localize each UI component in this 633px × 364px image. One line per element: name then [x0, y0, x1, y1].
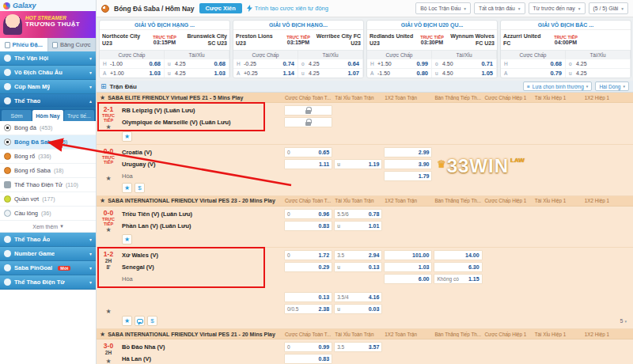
subtab-2[interactable]: Trực tiế...: [64, 110, 94, 121]
odds-display-dropdown[interactable]: ≡ Lựa chọn bình thường ▾: [523, 82, 592, 91]
sidebar-item[interactable]: Thể Thao Ảo▾: [0, 233, 96, 247]
odds-cell[interactable]: o4.25: [566, 59, 631, 68]
bet-money-button[interactable]: $: [135, 183, 145, 193]
odds-cell[interactable]: 01.72: [284, 250, 332, 260]
odds-cell[interactable]: 00.65: [284, 147, 332, 157]
odds-cell[interactable]: u4.251.07: [298, 69, 363, 78]
odds-cell[interactable]: [284, 117, 332, 127]
parlay-button[interactable]: Cược Xiên: [199, 3, 242, 13]
odds-cell[interactable]: 0.83: [284, 221, 332, 231]
favorite-star-icon[interactable]: ★: [100, 94, 105, 101]
odds-cell[interactable]: 0.83: [284, 354, 332, 364]
odds-cell[interactable]: 2.99: [384, 147, 432, 157]
filter-dropdown-2[interactable]: Từ trước đến nay▾: [529, 2, 586, 14]
comment-button[interactable]: [135, 316, 145, 326]
sidebar-tab-0[interactable]: Phiếu Đặ...: [0, 38, 48, 51]
sidebar-item[interactable]: Thể Thao Điện Tử▾: [0, 275, 96, 290]
line-value: -1.00: [110, 61, 146, 66]
odds-cell[interactable]: u1.19: [334, 159, 382, 169]
odds-value: 1.03: [214, 70, 226, 77]
sidebar-sport-item[interactable]: Quần vợt(177): [0, 192, 96, 207]
subtab-0[interactable]: Sớm: [2, 110, 32, 121]
sidebar-sport-item[interactable]: Bóng rổ Saba(18): [0, 164, 96, 178]
grid-view-icon[interactable]: ⊞: [100, 83, 107, 90]
odds-cell[interactable]: 3.52.94: [334, 250, 382, 260]
line-value: 4.25: [175, 70, 211, 76]
odds-cell[interactable]: 1.79: [384, 171, 432, 181]
favorite-star-icon[interactable]: ★: [100, 197, 105, 204]
sidebar-sport-item[interactable]: Bóng Đá Saba(35): [0, 135, 96, 150]
auto-parlay-link[interactable]: Trình tạo cược xiên tự động: [247, 5, 328, 12]
odds-cell[interactable]: 3.5/44.16: [334, 292, 382, 302]
filter-dropdown-0[interactable]: Bộ Lọc Trận Đấu▾: [415, 2, 471, 14]
favorite-star-icon[interactable]: ★: [105, 358, 111, 364]
odds-cell[interactable]: A+0.251.14: [233, 69, 298, 78]
odds-cell[interactable]: Không có1.15: [434, 274, 482, 284]
odds-cell-wrap: [283, 104, 333, 116]
sidebar-item[interactable]: Saba PinGoalMới▾: [0, 261, 96, 275]
promo-banner[interactable]: HOT STREAMER TRƯƠNG THUẬT: [0, 11, 96, 38]
sidebar-item-sports[interactable]: Thể Thao▴: [0, 94, 96, 108]
odds-cell[interactable]: 6.30: [434, 262, 482, 272]
market-count-dropdown[interactable]: 5▾: [620, 318, 627, 324]
odds-cell[interactable]: H+1.500.99: [367, 59, 432, 68]
favorite-star-icon[interactable]: ★: [105, 123, 111, 131]
favorite-star-icon[interactable]: ★: [100, 331, 105, 338]
sidebar-item[interactable]: Vô Địch Châu Âu▾: [0, 66, 96, 80]
odds-cell[interactable]: 0.29: [284, 262, 332, 272]
favorite-star-button[interactable]: ★: [122, 131, 132, 142]
odds-cell[interactable]: u0.13: [334, 262, 382, 272]
odds-cell[interactable]: 6.00: [384, 274, 432, 284]
odds-cell[interactable]: 1.03: [384, 262, 432, 272]
favorite-star-icon[interactable]: ★: [105, 308, 111, 315]
odds-cell[interactable]: 14.00: [434, 250, 482, 260]
favorite-star-button[interactable]: ★: [122, 316, 132, 326]
odds-cell[interactable]: 0.13: [284, 292, 332, 302]
odds-cell[interactable]: u4.501.05: [432, 69, 497, 78]
odds-cell[interactable]: 00.99: [284, 342, 332, 352]
sidebar-sport-item[interactable]: Bóng rổ(336): [0, 150, 96, 164]
filter-dropdown-1[interactable]: Tất cả trận đấu▾: [474, 2, 525, 14]
favorite-star-icon[interactable]: ★: [105, 226, 111, 233]
favorite-star-icon[interactable]: ★: [105, 175, 111, 182]
odds-cell[interactable]: 3.53.57: [334, 342, 382, 352]
bet-money-button[interactable]: $: [147, 316, 157, 326]
favorite-star-button[interactable]: ★: [122, 234, 132, 245]
tennis-icon: [4, 195, 11, 203]
odds-cell[interactable]: 5.5/60.78: [334, 209, 382, 219]
favorite-star-button[interactable]: ★: [122, 183, 132, 193]
filter-dropdown-3[interactable]: (5 / 5) Giải▾: [589, 2, 629, 14]
odds-cell[interactable]: u4.250.68: [165, 59, 229, 68]
odds-cell[interactable]: [284, 105, 332, 116]
odds-cell[interactable]: 0/0.52.38: [284, 304, 332, 314]
sidebar-item[interactable]: Cúp Nam Mỹ▾: [0, 80, 96, 94]
odds-cell[interactable]: H-1.000.68: [100, 59, 165, 68]
odds-cell[interactable]: u4.25: [566, 69, 631, 78]
odds-cell[interactable]: H0.68: [501, 59, 566, 68]
odds-cell[interactable]: u4.251.03: [165, 69, 229, 78]
odds-cell[interactable]: H-0.250.74: [233, 59, 298, 68]
sidebar-sport-item[interactable]: Thể Thao Điện Tử(110): [0, 178, 96, 192]
odds-cell[interactable]: 00.96: [284, 209, 332, 219]
odds-cell-wrap: [483, 291, 533, 303]
odds-cell[interactable]: u0.03: [334, 304, 382, 314]
odds-cell[interactable]: 1.11: [284, 159, 332, 169]
odds-cell[interactable]: A0.79: [501, 69, 566, 78]
odds-cell[interactable]: o4.250.64: [298, 59, 363, 68]
odds-cell[interactable]: u1.01: [334, 221, 382, 231]
sidebar-sport-item[interactable]: Cầu lông(36): [0, 207, 96, 221]
odds-cell[interactable]: 101.00: [384, 250, 432, 260]
odds-cell[interactable]: A-1.500.80: [367, 69, 432, 78]
league-name: GIẢI VÔ ĐỊCH U20 QU...: [367, 21, 497, 30]
show-more[interactable]: Xem thêm▾: [0, 221, 96, 233]
sidebar-item[interactable]: Number Game▾: [0, 247, 96, 261]
sidebar-sport-item[interactable]: Bóng đá(453): [0, 121, 96, 135]
subtab-1[interactable]: Hôm Nay: [32, 110, 63, 121]
line-mode-dropdown[interactable]: Hai Dòng ▾: [595, 82, 629, 91]
odds-cell[interactable]: 3.90: [384, 159, 432, 169]
odds-cell-wrap: [333, 104, 383, 116]
sidebar-item[interactable]: Thế Vận Hội▾: [0, 51, 96, 66]
odds-cell[interactable]: o4.500.71: [432, 59, 497, 68]
odds-cell[interactable]: A+1.001.03: [100, 69, 165, 78]
sidebar-tab-1[interactable]: Bảng Cược: [48, 38, 97, 51]
